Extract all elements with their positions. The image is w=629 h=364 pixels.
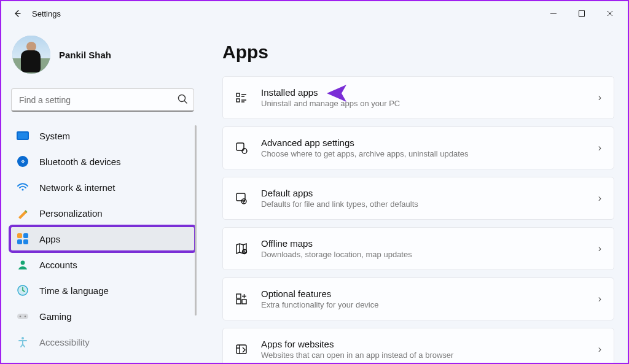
card-subtitle: Extra functionality for your device bbox=[261, 300, 598, 309]
sidebar-item-label: Bluetooth & devices bbox=[39, 157, 121, 167]
card-title: Advanced app settings bbox=[261, 137, 598, 148]
svg-rect-0 bbox=[579, 11, 585, 17]
card-title: Optional features bbox=[261, 288, 598, 299]
back-button[interactable] bbox=[5, 1, 29, 26]
card-subtitle: Websites that can open in an app instead… bbox=[261, 350, 598, 360]
sidebar-item-label: Accessibility bbox=[39, 337, 90, 347]
svg-point-7 bbox=[25, 316, 26, 317]
sidebar-item-accessibility[interactable]: Accessibility bbox=[10, 329, 195, 355]
accounts-icon bbox=[16, 258, 29, 271]
chevron-right-icon: › bbox=[598, 293, 601, 304]
card-installed-apps[interactable]: Installed apps Uninstall and manage apps… bbox=[222, 76, 614, 119]
search-input[interactable] bbox=[11, 88, 194, 112]
profile-block[interactable]: Pankil Shah bbox=[10, 32, 195, 85]
minimize-button[interactable] bbox=[539, 1, 568, 26]
page-title: Apps bbox=[222, 42, 614, 63]
sidebar-item-bluetooth[interactable]: ⌖ Bluetooth & devices bbox=[10, 149, 195, 174]
svg-rect-13 bbox=[236, 193, 245, 201]
card-title: Default apps bbox=[261, 188, 598, 198]
search-box bbox=[11, 88, 194, 112]
bluetooth-icon: ⌖ bbox=[16, 155, 29, 168]
wifi-icon bbox=[16, 180, 29, 194]
card-optional-features[interactable]: Optional features Extra functionality fo… bbox=[222, 277, 614, 320]
advanced-settings-icon bbox=[234, 141, 249, 155]
svg-point-3 bbox=[21, 261, 25, 265]
sidebar-item-apps[interactable]: Apps bbox=[10, 226, 195, 252]
chevron-right-icon: › bbox=[598, 344, 601, 355]
card-title: Offline maps bbox=[261, 238, 598, 249]
search-icon bbox=[177, 93, 188, 107]
svg-point-12 bbox=[242, 149, 247, 153]
installed-apps-icon bbox=[234, 90, 249, 105]
chevron-right-icon: › bbox=[598, 193, 601, 204]
sidebar-item-label: Accounts bbox=[39, 260, 77, 270]
svg-point-14 bbox=[241, 199, 246, 204]
sidebar-item-label: Time & language bbox=[39, 285, 109, 296]
card-offline-maps[interactable]: Offline maps Downloads, storage location… bbox=[222, 227, 614, 270]
avatar bbox=[12, 36, 50, 74]
svg-rect-5 bbox=[17, 314, 28, 319]
titlebar: Settings bbox=[1, 1, 628, 26]
sidebar-item-gaming[interactable]: Gaming bbox=[10, 303, 195, 329]
close-icon bbox=[606, 10, 614, 17]
sidebar-item-label: System bbox=[39, 131, 70, 141]
sidebar-item-system[interactable]: System bbox=[10, 123, 195, 149]
close-button[interactable] bbox=[596, 1, 624, 26]
personalization-icon bbox=[16, 206, 29, 220]
chevron-right-icon: › bbox=[598, 92, 601, 103]
settings-card-list: Installed apps Uninstall and manage apps… bbox=[222, 76, 614, 363]
card-title: Apps for websites bbox=[261, 339, 598, 349]
window-controls bbox=[539, 1, 624, 26]
nav-list: System ⌖ Bluetooth & devices Network & i… bbox=[10, 123, 195, 355]
optional-features-icon bbox=[234, 292, 249, 306]
sidebar-item-network[interactable]: Network & internet bbox=[10, 174, 195, 200]
svg-rect-9 bbox=[236, 93, 240, 96]
time-language-icon bbox=[16, 284, 29, 297]
apps-for-websites-icon bbox=[234, 342, 249, 357]
chevron-right-icon: › bbox=[598, 142, 601, 153]
card-default-apps[interactable]: Default apps Defaults for file and link … bbox=[222, 177, 614, 220]
svg-rect-17 bbox=[236, 300, 241, 304]
card-apps-for-websites[interactable]: Apps for websites Websites that can open… bbox=[222, 328, 614, 363]
card-advanced-app-settings[interactable]: Advanced app settings Choose where to ge… bbox=[222, 126, 614, 169]
offline-maps-icon bbox=[234, 241, 249, 256]
sidebar-item-accounts[interactable]: Accounts bbox=[10, 252, 195, 277]
window-title: Settings bbox=[32, 9, 61, 18]
svg-rect-10 bbox=[236, 99, 240, 102]
card-title: Installed apps bbox=[261, 87, 598, 98]
sidebar-item-personalization[interactable]: Personalization bbox=[10, 200, 195, 226]
user-name: Pankil Shah bbox=[59, 50, 111, 60]
sidebar-item-label: Personalization bbox=[39, 208, 103, 219]
card-subtitle: Uninstall and manage apps on your PC bbox=[261, 99, 598, 108]
arrow-left-icon bbox=[12, 9, 22, 18]
minimize-icon bbox=[550, 10, 557, 17]
card-subtitle: Choose where to get apps, archive apps, … bbox=[261, 149, 598, 158]
system-icon bbox=[16, 129, 29, 142]
accessibility-icon bbox=[16, 335, 29, 349]
sidebar-item-time-language[interactable]: Time & language bbox=[10, 277, 195, 303]
gaming-icon bbox=[16, 309, 29, 323]
svg-point-8 bbox=[21, 337, 24, 339]
sidebar-item-label: Apps bbox=[39, 234, 60, 244]
sidebar-item-label: Network & internet bbox=[39, 182, 115, 193]
card-subtitle: Downloads, storage location, map updates bbox=[261, 250, 598, 259]
apps-icon bbox=[16, 232, 29, 246]
svg-point-6 bbox=[20, 316, 21, 317]
sidebar-item-label: Gaming bbox=[39, 311, 72, 322]
default-apps-icon bbox=[234, 191, 249, 206]
card-subtitle: Defaults for file and link types, other … bbox=[261, 199, 598, 209]
svg-rect-16 bbox=[236, 294, 241, 298]
main-panel: Apps Installed apps Uninstall and manage… bbox=[204, 26, 628, 363]
sidebar: Pankil Shah System ⌖ Bluetooth & devices… bbox=[1, 26, 204, 363]
chevron-right-icon: › bbox=[598, 243, 601, 254]
svg-rect-18 bbox=[242, 300, 246, 304]
maximize-button[interactable] bbox=[568, 1, 596, 26]
maximize-icon bbox=[578, 10, 585, 17]
svg-point-1 bbox=[179, 95, 186, 102]
svg-point-2 bbox=[21, 188, 23, 190]
